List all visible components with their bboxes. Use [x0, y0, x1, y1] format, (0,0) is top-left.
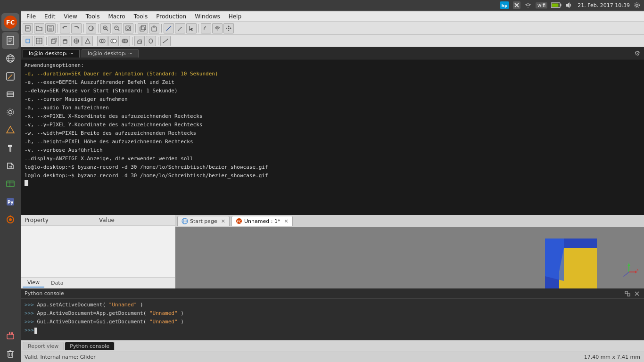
blender-icon[interactable] — [2, 211, 19, 228]
extrude-btn[interactable] — [134, 36, 145, 46]
viewport-gizmo: x y — [619, 263, 638, 283]
table-icon[interactable] — [2, 175, 19, 192]
select-btn[interactable] — [186, 23, 197, 33]
svg-line-60 — [107, 29, 108, 31]
report-view-tab[interactable]: Report view — [23, 342, 64, 350]
python-close-icon[interactable] — [634, 290, 640, 297]
freecad-logo-icon[interactable]: FC — [1, 13, 19, 31]
svg-point-10 — [635, 3, 640, 8]
shape-3d-icon[interactable] — [2, 122, 19, 139]
doc-tab-start-close[interactable]: ✕ — [221, 218, 225, 224]
gear-icon[interactable] — [2, 104, 19, 121]
menu-tools2[interactable]: Tools — [130, 12, 152, 21]
terminal-tab-1[interactable]: lo@lo-desktop: ~ — [23, 49, 80, 58]
menu-edit[interactable]: Edit — [41, 12, 59, 21]
viewport-3d[interactable]: Start page ✕ FC Unnamed : 1* ✕ — [175, 215, 644, 288]
cut-btn[interactable] — [108, 36, 119, 46]
doc-tab-unnamed-close[interactable]: ✕ — [284, 218, 288, 224]
revolve-btn[interactable] — [146, 36, 156, 46]
refresh-btn[interactable] — [86, 23, 96, 33]
fit-all-btn[interactable] — [123, 23, 133, 33]
svg-line-63 — [118, 29, 119, 31]
toolbar-sep-10 — [158, 37, 158, 45]
trash-icon[interactable] — [2, 345, 19, 362]
terminal-tab-2[interactable]: lo@lo-desktop: ~ — [82, 49, 139, 58]
python-console-tab[interactable]: Python console — [65, 342, 115, 350]
svg-rect-6 — [561, 4, 561, 7]
system-settings-icon[interactable] — [634, 2, 640, 8]
menu-tools[interactable]: Tools — [82, 12, 104, 21]
svg-marker-8 — [566, 2, 570, 8]
std-view-btn[interactable] — [34, 36, 44, 46]
copy-btn[interactable] — [138, 23, 148, 33]
globe-tab-icon — [182, 218, 188, 224]
py-string-3: "Unnamed" — [149, 319, 178, 325]
boolean-btn[interactable] — [97, 36, 107, 46]
toolbar-sep-5 — [161, 24, 162, 33]
toolbar — [21, 22, 644, 35]
cone-btn[interactable] — [83, 36, 93, 46]
menu-windows[interactable]: Windows — [191, 12, 224, 21]
terminal-settings-icon[interactable]: ⚙ — [634, 49, 640, 57]
new-btn[interactable] — [23, 23, 33, 33]
python-console-content[interactable]: >>> App.setActiveDocument( "Unnamed" ) >… — [21, 299, 644, 340]
expand-icon[interactable] — [624, 290, 631, 297]
fuse-btn[interactable] — [120, 36, 130, 46]
hammer-icon[interactable] — [2, 140, 19, 156]
view-tab[interactable]: View — [23, 279, 44, 288]
mirror-btn[interactable] — [212, 23, 223, 33]
data-tab[interactable]: Data — [46, 279, 68, 287]
svg-rect-113 — [625, 291, 627, 294]
svg-text:hp: hp — [502, 3, 508, 8]
redo-btn[interactable] — [71, 23, 82, 33]
paste-btn[interactable] — [149, 23, 159, 33]
menu-file[interactable]: File — [23, 12, 40, 21]
menu-production[interactable]: Production — [152, 12, 190, 21]
py-input-line[interactable]: >>> — [25, 326, 640, 335]
toolbar-sep-4 — [135, 24, 136, 33]
save-btn[interactable] — [45, 23, 56, 33]
pencil-icon[interactable] — [2, 68, 19, 85]
draw-btn[interactable] — [164, 23, 174, 33]
py-prompt-1: >>> — [25, 302, 37, 308]
pen-btn[interactable] — [175, 23, 185, 33]
python-logo-icon[interactable]: Py — [2, 193, 19, 210]
cylinder-btn[interactable] — [60, 36, 70, 46]
doc-tab-start[interactable]: Start page ✕ — [177, 216, 230, 226]
menu-view[interactable]: View — [60, 12, 81, 21]
term-cursor-line[interactable] — [25, 180, 640, 189]
hp-icon: hp — [500, 1, 509, 9]
rotate-btn[interactable] — [201, 23, 211, 33]
svg-rect-97 — [138, 41, 141, 43]
fit-sel-btn[interactable] — [23, 36, 33, 46]
move-btn[interactable] — [223, 23, 234, 33]
term-line-9: -w, --width=PIXEL Breite des aufzuzeichn… — [25, 129, 640, 138]
new-doc-icon[interactable] — [2, 32, 19, 49]
undo-btn[interactable] — [60, 23, 70, 33]
properties-panel: Property Value View Data — [21, 215, 175, 288]
menu-macro[interactable]: Macro — [104, 12, 129, 21]
py-line-3: >>> Gui.ActiveDocument=Gui.getDocument( … — [25, 318, 640, 326]
main-area: FreeCAD File Edit View Tools Macro Tools… — [21, 0, 644, 362]
globe-browser-icon[interactable] — [2, 50, 19, 67]
zoom-out-btn[interactable] — [112, 23, 122, 33]
doc-tab-unnamed[interactable]: FC Unnamed : 1* ✕ — [231, 216, 293, 226]
menu-help[interactable]: Help — [225, 12, 245, 21]
plugin-icon[interactable] — [2, 327, 19, 344]
statusbar: Valid, Internal name: Glider 17,40 mm x … — [21, 352, 644, 362]
sphere-btn[interactable] — [71, 36, 82, 46]
svg-line-98 — [163, 39, 168, 43]
measure-btn[interactable] — [160, 36, 171, 46]
zoom-in-btn[interactable] — [100, 23, 111, 33]
sound-icon — [565, 2, 572, 8]
py-code-2: App.ActiveDocument=App.getDocument( — [37, 310, 147, 316]
value-col-header: Value — [99, 217, 115, 223]
svg-rect-83 — [51, 40, 55, 43]
open-btn[interactable] — [34, 23, 44, 33]
export-icon[interactable] — [2, 157, 19, 174]
box-btn[interactable] — [49, 36, 59, 46]
svg-rect-55 — [49, 28, 52, 31]
layers-icon[interactable] — [2, 86, 19, 103]
svg-rect-44 — [11, 332, 13, 335]
svg-marker-30 — [7, 126, 14, 133]
